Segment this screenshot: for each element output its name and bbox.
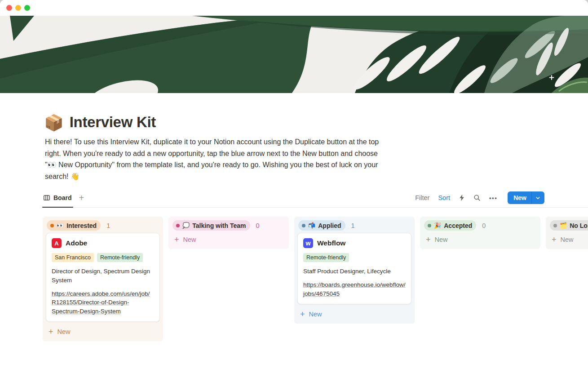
page-cover-image bbox=[0, 16, 588, 93]
kanban-board: 👀 Interested 1 A Adobe San Francisco Rem… bbox=[43, 217, 588, 341]
column-header[interactable]: 📬 Applied 1 bbox=[298, 220, 411, 231]
monstera-leaves-illustration bbox=[0, 16, 588, 93]
sort-button[interactable]: Sort bbox=[438, 194, 450, 201]
add-card-label: New bbox=[309, 311, 322, 318]
add-card-label: New bbox=[561, 236, 574, 243]
plus-icon: + bbox=[426, 236, 431, 244]
column-title: Accepted bbox=[444, 222, 472, 229]
chevron-down-icon bbox=[535, 196, 540, 200]
column-count: 0 bbox=[256, 222, 260, 229]
search-button[interactable] bbox=[473, 194, 481, 201]
column-status-pill[interactable]: 👀 Interested bbox=[47, 220, 101, 231]
filter-button[interactable]: Filter bbox=[415, 194, 429, 201]
plus-icon: + bbox=[552, 236, 557, 244]
column-count: 1 bbox=[106, 222, 110, 229]
board-column-talking-with-team: 💭 Talking with Team 0 + New bbox=[168, 217, 289, 249]
card-tags: Remote-friendly bbox=[303, 253, 406, 262]
card-title: Webflow bbox=[317, 239, 345, 247]
tag-san-francisco: San Francisco bbox=[52, 253, 94, 262]
add-card-button[interactable]: + New bbox=[45, 325, 161, 338]
column-header[interactable]: 💭 Talking with Team 0 bbox=[172, 220, 285, 231]
column-status-pill[interactable]: 🎉 Accepted bbox=[424, 220, 476, 231]
card-role-text: Director of Design, Spectrum Design Syst… bbox=[52, 267, 154, 285]
board-column-interested: 👀 Interested 1 A Adobe San Francisco Rem… bbox=[43, 217, 163, 341]
page-title: Interview Kit bbox=[70, 114, 156, 131]
card-header: A Adobe bbox=[52, 238, 154, 248]
status-dot-icon bbox=[50, 224, 54, 227]
job-url-link[interactable]: https://careers.adobe.com/us/en/job/R128… bbox=[52, 289, 154, 316]
add-view-button[interactable]: + bbox=[79, 193, 84, 202]
page-header: 📦 Interview Kit bbox=[44, 114, 588, 131]
column-title: Interested bbox=[66, 222, 97, 229]
status-dot-icon bbox=[428, 224, 431, 227]
board-column-no-longer: 🗂️ No Lon + New bbox=[546, 217, 588, 249]
view-toolbar: Board + Filter Sort ••• New bbox=[43, 188, 588, 208]
add-card-button[interactable]: + New bbox=[548, 233, 588, 246]
zoom-window-button[interactable] bbox=[24, 5, 30, 11]
card-tags: San Francisco Remote-friendly bbox=[52, 253, 154, 262]
column-count: 0 bbox=[482, 222, 486, 229]
status-dot-icon bbox=[302, 224, 305, 227]
board-column-accepted: 🎉 Accepted 0 + New bbox=[420, 217, 540, 249]
add-card-label: New bbox=[183, 236, 196, 243]
app-window: 📦 Interview Kit Hi there! To use this In… bbox=[0, 0, 588, 378]
plus-icon: + bbox=[300, 310, 305, 318]
add-card-label: New bbox=[435, 236, 448, 243]
card-title: Adobe bbox=[66, 239, 87, 247]
new-button-label: New bbox=[508, 191, 531, 204]
card-header: w Webflow bbox=[303, 238, 406, 248]
column-title: No Lon bbox=[570, 222, 588, 229]
webflow-logo-icon: w bbox=[303, 238, 313, 248]
job-card-webflow[interactable]: w Webflow Remote-friendly Staff Product … bbox=[297, 233, 411, 304]
tag-remote-friendly: Remote-friendly bbox=[303, 253, 349, 262]
status-emoji-icon: 🗂️ bbox=[560, 222, 567, 228]
automations-button[interactable] bbox=[459, 194, 465, 201]
tag-remote-friendly: Remote-friendly bbox=[97, 253, 143, 262]
tab-board-view[interactable]: Board bbox=[43, 188, 71, 207]
status-emoji-icon: 👀 bbox=[57, 222, 64, 228]
column-header[interactable]: 🎉 Accepted 0 bbox=[424, 220, 536, 231]
adobe-logo-icon: A bbox=[52, 238, 62, 248]
status-emoji-icon: 💭 bbox=[182, 222, 190, 228]
add-card-label: New bbox=[57, 328, 71, 335]
more-options-button[interactable]: ••• bbox=[489, 195, 497, 201]
board-tab-label: Board bbox=[53, 194, 71, 201]
lightning-icon bbox=[459, 194, 465, 201]
board-view-icon bbox=[43, 194, 50, 201]
column-count: 1 bbox=[351, 222, 355, 229]
column-status-pill[interactable]: 💭 Talking with Team bbox=[172, 220, 250, 231]
job-url-link[interactable]: https://boards.greenhouse.io/webflow/job… bbox=[303, 280, 406, 298]
minimize-window-button[interactable] bbox=[15, 5, 21, 11]
page-icon[interactable]: 📦 bbox=[44, 115, 64, 130]
status-dot-icon bbox=[176, 224, 180, 227]
new-template-dropdown-button[interactable] bbox=[532, 191, 544, 204]
add-card-button[interactable]: + New bbox=[422, 233, 538, 246]
card-role-text: Staff Product Designer, Lifecycle bbox=[303, 267, 406, 276]
column-title: Applied bbox=[318, 222, 341, 229]
page-description: Hi there! To use this Interview Kit, dup… bbox=[45, 136, 389, 182]
column-status-pill[interactable]: 📬 Applied bbox=[298, 220, 345, 231]
titlebar bbox=[0, 0, 588, 16]
job-card-adobe[interactable]: A Adobe San Francisco Remote-friendly Di… bbox=[46, 233, 160, 322]
board-column-applied: 📬 Applied 1 w Webflow Remote-friendly St… bbox=[294, 217, 415, 324]
status-emoji-icon: 📬 bbox=[308, 222, 315, 228]
plus-icon: + bbox=[49, 328, 53, 336]
column-header[interactable]: 🗂️ No Lon bbox=[550, 220, 588, 231]
search-icon bbox=[473, 194, 481, 201]
status-emoji-icon: 🎉 bbox=[434, 222, 441, 228]
column-status-pill[interactable]: 🗂️ No Lon bbox=[550, 220, 588, 231]
close-window-button[interactable] bbox=[6, 5, 12, 11]
column-title: Talking with Team bbox=[192, 222, 246, 229]
new-entry-button[interactable]: New bbox=[508, 191, 544, 204]
add-card-button[interactable]: + New bbox=[296, 307, 412, 320]
column-header[interactable]: 👀 Interested 1 bbox=[47, 220, 159, 231]
plus-icon: + bbox=[174, 236, 179, 244]
add-card-button[interactable]: + New bbox=[171, 233, 287, 246]
status-dot-icon bbox=[553, 224, 557, 227]
